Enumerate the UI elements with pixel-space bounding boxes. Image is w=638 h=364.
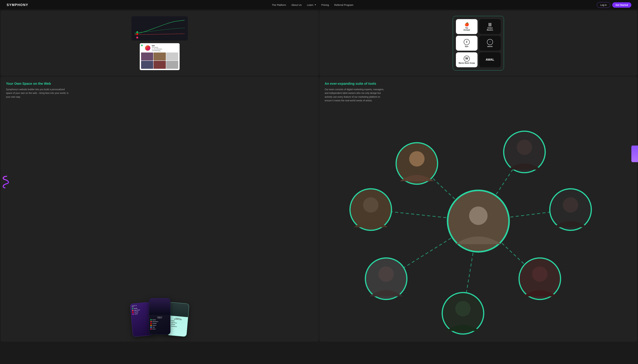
- tools-card: An ever-expanding suite of tools Our tea…: [319, 76, 637, 342]
- audius-icon: [132, 314, 134, 315]
- login-button[interactable]: Log in: [597, 2, 610, 8]
- svg-point-26: [532, 266, 548, 282]
- svg-point-23: [409, 151, 425, 166]
- logos-grid: 🍎 TheOrchard ||| UnitedMasters ℰ Epic: [453, 16, 504, 70]
- nav-link-learn[interactable]: Learn: [307, 4, 316, 6]
- feature-grid: sza 252 posts 11.3m followers 728 follow…: [0, 10, 638, 342]
- svg-point-22: [469, 206, 488, 225]
- svg-point-25: [563, 197, 578, 213]
- web-space-desc: Symphony's website builder lets you buil…: [6, 88, 69, 99]
- logo-warner: W Warner Music Group: [456, 52, 478, 67]
- web-space-card: Your Own Space on the Web Symphony's web…: [1, 76, 319, 342]
- nav-actions: Log in Get Started: [597, 2, 631, 8]
- insta-avatar: [145, 45, 150, 51]
- insta-cell: [166, 52, 178, 60]
- partners-card: 🍎 TheOrchard ||| UnitedMasters ℰ Epic: [319, 11, 637, 76]
- analytics-stack: sza 252 posts 11.3m followers 728 follow…: [6, 16, 313, 70]
- insta-cell: [141, 52, 153, 60]
- insta-cell: [154, 52, 166, 60]
- spotify-dot-icon: [150, 319, 152, 320]
- logo-amuse: 🎵 amuse: [479, 36, 501, 51]
- svg-point-27: [455, 301, 471, 316]
- team-network: [325, 106, 632, 336]
- phone-left-content: LISTEN TOSZA Spotify Apple Music YouTube: [130, 302, 151, 317]
- decorative-purple-strip: [631, 146, 638, 162]
- insta-cell: [141, 61, 153, 69]
- insta-stats: 252 posts 11.3m followers 728 following: [152, 46, 162, 52]
- nav-logo: SYMPHONY: [7, 3, 28, 7]
- nav-links: The Platform About Us Learn Pricing Refe…: [272, 4, 354, 6]
- analytics-card: sza 252 posts 11.3m followers 728 follow…: [1, 11, 319, 76]
- youtube-icon: [132, 312, 134, 313]
- web-space-title: Your Own Space on the Web: [6, 82, 313, 86]
- main-content: sza 252 posts 11.3m followers 728 follow…: [0, 0, 638, 342]
- logo-epic: ℰ Epic: [456, 36, 478, 51]
- svg-point-29: [363, 197, 378, 213]
- insta-cell: [166, 61, 178, 69]
- logo-the-orchard: 🍎 TheOrchard: [456, 19, 478, 34]
- nav-link-about[interactable]: About Us: [292, 4, 302, 6]
- logo-united-masters: ||| UnitedMasters: [479, 19, 501, 34]
- nav-link-pricing[interactable]: Pricing: [321, 4, 329, 6]
- logo-awal: AWAL: [479, 52, 501, 67]
- insta-cell: [154, 61, 166, 69]
- phones-area: LISTEN TOSZA Spotify Apple Music YouTube: [6, 103, 313, 336]
- nav-link-referral[interactable]: Referral Program: [334, 4, 354, 6]
- instagram-mockup: sza 252 posts 11.3m followers 728 follow…: [140, 43, 180, 70]
- phone-center-content: LISTEN TOCODEX II Spotify Apple Music Yo…: [149, 315, 170, 332]
- svg-point-4: [136, 33, 138, 35]
- nav-link-platform[interactable]: The Platform: [272, 4, 286, 6]
- insta-header: sza 252 posts 11.3m followers 728 follow…: [141, 44, 178, 52]
- youtube-dot-icon: [150, 323, 152, 324]
- svg-point-6: [136, 36, 138, 38]
- tools-title: An ever-expanding suite of tools: [325, 82, 632, 86]
- tools-desc: Our team consists of digital marketing e…: [325, 88, 388, 102]
- phone-center: LISTEN TOCODEX II Spotify Apple Music Yo…: [149, 298, 170, 334]
- analytics-chart: [134, 19, 185, 37]
- apple-dot-icon: [150, 321, 152, 322]
- chevron-down-icon: [315, 4, 316, 5]
- apple-music-icon: [132, 310, 134, 311]
- svg-point-28: [378, 266, 394, 282]
- insta-user-info: sza 252 posts 11.3m followers 728 follow…: [152, 44, 162, 52]
- get-started-button[interactable]: Get Started: [612, 2, 631, 8]
- tidal-dot-icon: [150, 326, 152, 328]
- svg-point-5: [136, 31, 138, 33]
- spotify-icon: [132, 308, 134, 310]
- amazon-dot-icon: [150, 325, 152, 326]
- network-svg: [325, 106, 632, 336]
- deezer-dot-icon: [150, 328, 152, 330]
- insta-grid: [141, 52, 178, 69]
- navbar: SYMPHONY The Platform About Us Learn Pri…: [0, 0, 638, 10]
- insta-handle: sza: [152, 44, 162, 46]
- svg-point-24: [517, 140, 532, 155]
